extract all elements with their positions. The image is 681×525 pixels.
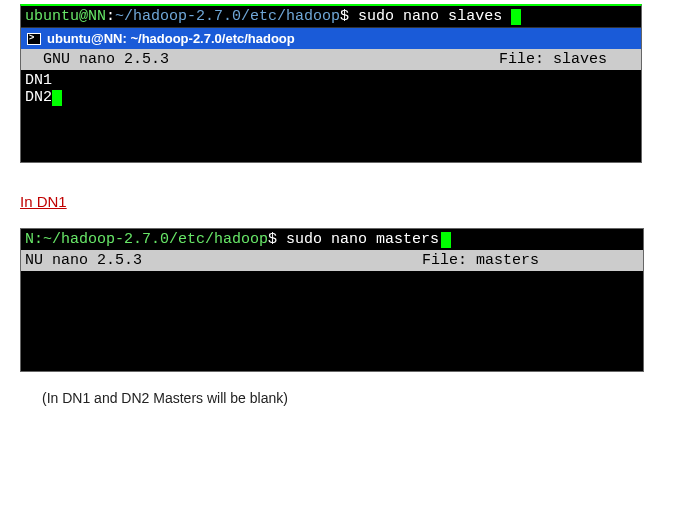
nano-editor-body[interactable]: [21, 271, 643, 371]
terminal-window-nn-slaves: ubuntu@NN:~/hadoop-2.7.0/etc/hadoop$ sud…: [20, 4, 642, 163]
nano-file-label: File: masters: [422, 252, 639, 269]
cursor-icon: [511, 9, 521, 25]
file-line-1: DN1: [25, 72, 52, 89]
terminal-prompt-line: N:~/hadoop-2.7.0/etc/hadoop$ sudo nano m…: [21, 229, 643, 250]
nano-file-label: File: slaves: [499, 51, 637, 68]
cursor-icon: [441, 232, 451, 248]
nano-version-label: NU nano 2.5.3: [25, 252, 142, 269]
window-title-text: ubuntu@NN: ~/hadoop-2.7.0/etc/hadoop: [47, 31, 295, 46]
cursor-icon: [52, 90, 62, 106]
section-heading-dn1: In DN1: [20, 193, 681, 210]
caption-text: (In DN1 and DN2 Masters will be blank): [42, 390, 681, 406]
file-line-2: DN2: [25, 89, 52, 106]
prompt-dollar: $: [340, 8, 349, 25]
terminal-icon: [27, 33, 41, 45]
terminal-window-dn1-masters: N:~/hadoop-2.7.0/etc/hadoop$ sudo nano m…: [20, 228, 644, 372]
prompt-command: sudo nano masters: [286, 231, 439, 248]
prompt-dollar: $: [268, 231, 277, 248]
nano-header-bar: GNU nano 2.5.3 File: slaves: [21, 49, 641, 70]
nano-header-bar: NU nano 2.5.3 File: masters: [21, 250, 643, 271]
prompt-user-host: ubuntu@NN: [25, 8, 106, 25]
window-title-bar: ubuntu@NN: ~/hadoop-2.7.0/etc/hadoop: [21, 28, 641, 49]
prompt-colon: :: [106, 8, 115, 25]
nano-version-label: GNU nano 2.5.3: [25, 51, 169, 68]
prompt-host-path: N:~/hadoop-2.7.0/etc/hadoop: [25, 231, 268, 248]
nano-editor-body[interactable]: DN1 DN2: [21, 70, 641, 162]
prompt-path: ~/hadoop-2.7.0/etc/hadoop: [115, 8, 340, 25]
terminal-prompt-line: ubuntu@NN:~/hadoop-2.7.0/etc/hadoop$ sud…: [21, 6, 641, 28]
prompt-command: sudo nano slaves: [358, 8, 502, 25]
